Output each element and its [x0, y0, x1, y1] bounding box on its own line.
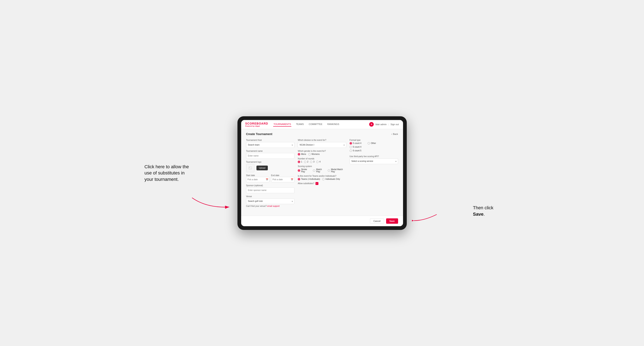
tournament-logo-label: Tournament logo: [246, 161, 295, 163]
logo-placeholder: [246, 164, 254, 172]
avatar: B: [369, 122, 374, 127]
api-select[interactable]: Select a scoring service: [350, 158, 398, 164]
tournament-host-wrapper: Search team: [246, 142, 295, 148]
round-4[interactable]: 4: [316, 161, 321, 163]
gender-womens[interactable]: Womens: [308, 153, 320, 156]
venue-help-text: Can't find your venue? email support: [246, 205, 295, 207]
logo-powered: Powered by clippd: [245, 125, 268, 127]
scoring-medal[interactable]: Medal Match Play: [328, 168, 346, 173]
page-header: Create Tournament ‹ Back: [246, 132, 398, 136]
rounds-radio-group: 1 2 3: [298, 161, 346, 163]
format-row-1: 5 count 4 Other: [350, 142, 398, 145]
nav-rankings[interactable]: RANKINGS: [327, 122, 340, 127]
tournament-host-label: Tournament Host: [246, 139, 295, 141]
event-type-label: Is this event for Teams and/or Individua…: [298, 175, 346, 177]
venue-section: Venue Search golf club Can't find your v…: [246, 195, 295, 207]
tablet-frame: SCOREBOARD Powered by clippd TOURNAMENTS…: [238, 116, 407, 230]
format-other-radio[interactable]: [368, 142, 370, 145]
round-4-radio[interactable]: [316, 161, 318, 163]
annotation-right: Then clickSave.: [473, 205, 493, 217]
start-date-label: Start date: [246, 174, 270, 176]
scoring-radio-group: Stroke Play Match Play Medal Match Play: [298, 168, 346, 173]
mens-radio[interactable]: [298, 153, 300, 156]
svg-point-3: [249, 167, 250, 168]
tournament-logo-section: Tournament logo Upload: [246, 161, 295, 172]
format-other[interactable]: Other: [368, 142, 376, 145]
gender-section: Which gender is the event for? Mens Wome…: [298, 150, 346, 156]
round-3-radio[interactable]: [310, 161, 312, 163]
arrow-left-icon: [190, 196, 231, 210]
sponsor-input[interactable]: [246, 187, 295, 193]
venue-label: Venue: [246, 195, 295, 197]
rounds-section: Number of rounds 1 2: [298, 158, 346, 163]
venue-select[interactable]: Search golf club: [246, 198, 295, 204]
format-5c4-radio[interactable]: [350, 142, 352, 145]
individuals-radio[interactable]: [322, 178, 324, 180]
nav-teams[interactable]: TEAMS: [296, 122, 304, 127]
event-individuals[interactable]: Individuals Only: [322, 178, 340, 180]
scoring-section: Scoring system Stroke Play Match Play: [298, 165, 346, 173]
allow-subs-label: Allow substitutes?: [298, 182, 314, 184]
calendar-icon: 📅: [266, 178, 268, 181]
sponsor-label: Sponsor (optional): [246, 184, 295, 187]
division-wrapper: NCAA Division I: [298, 142, 346, 148]
annotation-left: Click here to allow the use of substitut…: [144, 164, 192, 183]
round-1-radio[interactable]: [298, 161, 300, 163]
scoring-stroke[interactable]: Stroke Play: [298, 168, 311, 173]
content-area: Create Tournament ‹ Back Tournament Host…: [241, 129, 403, 216]
round-2[interactable]: 2: [304, 161, 308, 163]
allow-subs-row: Allow substitutes? ✓: [298, 182, 346, 185]
venue-wrapper: Search golf club: [246, 198, 295, 204]
allow-subs-checkbox[interactable]: ✓: [316, 182, 318, 185]
match-play-radio[interactable]: [313, 169, 315, 172]
back-link[interactable]: ‹ Back: [391, 133, 398, 135]
tournament-host-select[interactable]: Search team: [246, 142, 295, 148]
page-title: Create Tournament: [246, 132, 272, 136]
scoring-match[interactable]: Match Play: [313, 168, 326, 173]
start-date-field: Start date 📅: [246, 174, 270, 182]
event-teams[interactable]: Teams (+Individuals): [298, 178, 320, 180]
nav-committee[interactable]: COMMITTEE: [308, 122, 323, 127]
tournament-host-section: Tournament Host Search team: [246, 139, 295, 148]
teams-radio[interactable]: [298, 178, 300, 180]
format-6c4[interactable]: 6 count 4: [350, 146, 398, 148]
upload-button[interactable]: Upload: [256, 166, 268, 170]
scoring-label: Scoring system: [298, 165, 346, 168]
api-label: Use third-party live scoring API?: [350, 155, 398, 158]
middle-column: Which division is the event for? NCAA Di…: [298, 139, 346, 207]
round-2-radio[interactable]: [304, 161, 306, 163]
format-6c5-radio[interactable]: [350, 150, 352, 152]
email-support-link[interactable]: email support: [267, 205, 280, 207]
cancel-button[interactable]: Cancel: [370, 218, 384, 224]
tournament-name-section: Tournament name: [246, 150, 295, 159]
logo-brand: clippd: [255, 125, 260, 127]
nav-tournaments[interactable]: TOURNAMENTS: [273, 122, 292, 127]
date-section: Start date 📅 End date: [246, 174, 295, 182]
format-options: 5 count 4 Other: [350, 142, 398, 152]
format-5c4[interactable]: 5 count 4: [350, 142, 361, 145]
event-type-radio-group: Teams (+Individuals) Individuals Only: [298, 178, 346, 180]
calendar-end-icon: 📅: [291, 178, 293, 181]
gender-mens[interactable]: Mens: [298, 153, 306, 156]
format-6c4-radio[interactable]: [350, 146, 352, 148]
stroke-play-radio[interactable]: [298, 169, 300, 172]
event-type-section: Is this event for Teams and/or Individua…: [298, 175, 346, 180]
division-select[interactable]: NCAA Division I: [298, 142, 346, 148]
round-1[interactable]: 1: [298, 161, 302, 163]
save-button[interactable]: Save: [386, 218, 398, 224]
round-3[interactable]: 3: [310, 161, 314, 163]
rounds-label: Number of rounds: [298, 158, 346, 160]
format-6c5[interactable]: 6 count 5: [350, 150, 398, 152]
tournament-name-input[interactable]: [246, 153, 295, 159]
gender-label: Which gender is the event for?: [298, 150, 346, 152]
sign-out-link[interactable]: Sign out: [390, 123, 399, 126]
api-wrapper: Select a scoring service: [350, 158, 398, 164]
tablet-screen: SCOREBOARD Powered by clippd TOURNAMENTS…: [241, 120, 403, 226]
womens-radio[interactable]: [308, 153, 311, 156]
api-section: Use third-party live scoring API? Select…: [350, 155, 398, 164]
left-column: Tournament Host Search team Tournament n…: [246, 139, 295, 207]
logo-upload-area: Upload: [246, 164, 295, 172]
medal-match-radio[interactable]: [328, 169, 330, 172]
user-name: blair admin: [375, 123, 386, 126]
logo-scoreboard: SCOREBOARD: [245, 122, 268, 125]
